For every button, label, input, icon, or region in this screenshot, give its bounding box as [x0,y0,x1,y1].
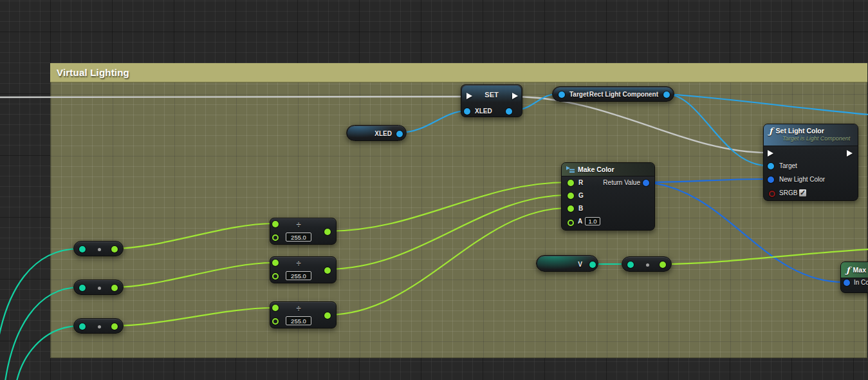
divide-2-input-b-pin[interactable] [272,273,279,280]
slc-exec-out-pin[interactable] [847,150,853,157]
variable-getter-v[interactable]: V [536,255,598,272]
xled-getter-output-pin[interactable] [396,131,403,137]
xled-getter-label: XLED [374,130,392,138]
slc-new-light-color-label: New Light Color [779,176,825,184]
divide-3-output-pin[interactable] [324,312,331,319]
divide-3-input-a-pin[interactable] [272,305,279,311]
function-icon: ƒ [846,265,850,275]
rect-light-component-node[interactable]: Target Rect Light Component [552,86,674,102]
divide-node-1[interactable]: ÷ [270,218,337,245]
make-color-return-pin[interactable] [643,180,649,186]
make-color-b-label: B [578,205,583,213]
conversion-node-4[interactable] [622,256,672,272]
divide-icon: ÷ [286,259,311,267]
make-color-g-pin[interactable] [568,193,574,199]
divide-3-input-b-pin[interactable] [272,318,279,325]
make-color-b-pin[interactable] [568,205,574,212]
make-color-g-label: G [578,192,584,200]
slc-new-light-color-pin[interactable] [768,176,774,183]
make-color-a-label: A [578,218,582,225]
conversion-dot-icon [98,248,101,251]
make-color-header: Make Color [562,163,654,176]
divide-node-3[interactable]: ÷ [270,301,337,328]
max-node-header: ƒ Max ( [841,262,868,278]
divide-icon: ÷ [286,220,311,229]
conversion-node-3[interactable] [73,318,124,334]
divide-node-2[interactable]: ÷ [270,256,337,283]
divide-icon: ÷ [286,304,311,312]
make-color-a-input[interactable] [585,217,600,225]
v-getter-output-pin[interactable] [589,261,596,268]
set-output-pin[interactable] [506,108,512,115]
slc-target-label: Target [779,162,797,170]
conversion-1-input-pin[interactable] [79,246,86,252]
rectlight-target-input-pin[interactable] [559,91,565,98]
divide-2-value-input[interactable] [286,271,311,280]
variable-getter-xled[interactable]: XLED [346,125,407,141]
rectlight-output-label: Rect Light Component [589,91,658,99]
comment-header[interactable]: Virtual Lighting [50,63,867,82]
max-node-title: Max ( [853,266,868,274]
slc-srgb-checkbox[interactable]: ✓ [799,189,807,197]
conversion-3-output-pin[interactable] [111,323,118,330]
conversion-dot-icon [98,287,101,290]
make-struct-icon [566,166,575,173]
conversion-2-output-pin[interactable] [111,285,118,291]
divide-2-output-pin[interactable] [324,267,331,274]
set-light-color-title: Set Light Color [776,127,824,135]
divide-3-value-input[interactable] [286,316,311,325]
make-color-r-label: R [578,179,583,187]
rectlight-target-label: Target [569,91,589,99]
conversion-4-output-pin[interactable] [660,261,666,268]
divide-2-input-a-pin[interactable] [272,260,279,266]
set-exec-out-pin[interactable] [512,93,518,99]
set-xled-input-pin[interactable] [464,108,470,115]
conversion-2-input-pin[interactable] [79,285,86,291]
function-icon: ƒ [769,126,773,136]
conversion-3-input-pin[interactable] [79,323,86,330]
slc-target-pin[interactable] [768,163,774,169]
set-light-color-subtitle: Target is Light Component [782,135,850,142]
conversion-dot-icon [98,325,101,328]
set-xled-input-label: XLED [475,108,492,115]
conversion-4-input-pin[interactable] [627,261,634,268]
slc-srgb-label: SRGB [779,189,797,197]
make-color-node[interactable]: Make Color R G B A Return Value [561,162,655,231]
slc-srgb-pin[interactable] [769,191,775,197]
rectlight-output-pin[interactable] [663,91,670,98]
divide-1-input-b-pin[interactable] [272,234,279,241]
divide-1-input-a-pin[interactable] [272,221,279,227]
make-color-r-pin[interactable] [568,180,574,186]
divide-1-output-pin[interactable] [324,229,331,235]
divide-1-value-input[interactable] [286,233,311,242]
make-color-a-pin[interactable] [568,220,574,226]
slc-exec-in-pin[interactable] [768,150,773,157]
conversion-node-1[interactable] [73,241,124,256]
set-light-color-node[interactable]: ƒ Set Light Color Target is Light Compon… [763,124,858,201]
conversion-1-output-pin[interactable] [111,246,118,252]
max-input-label: In Co [854,279,868,287]
comment-box-virtual-lighting[interactable]: Virtual Lighting [50,63,867,358]
max-input-pin[interactable] [844,280,850,286]
conversion-dot-icon [646,263,649,267]
make-color-return-label: Return Value [603,179,640,187]
max-node[interactable]: ƒ Max ( In Co [840,261,868,293]
v-getter-label: V [578,261,582,269]
make-color-title: Make Color [578,166,614,173]
conversion-node-2[interactable] [73,280,124,295]
comment-title: Virtual Lighting [57,67,129,78]
set-xled-node[interactable]: SET XLED [461,84,522,117]
